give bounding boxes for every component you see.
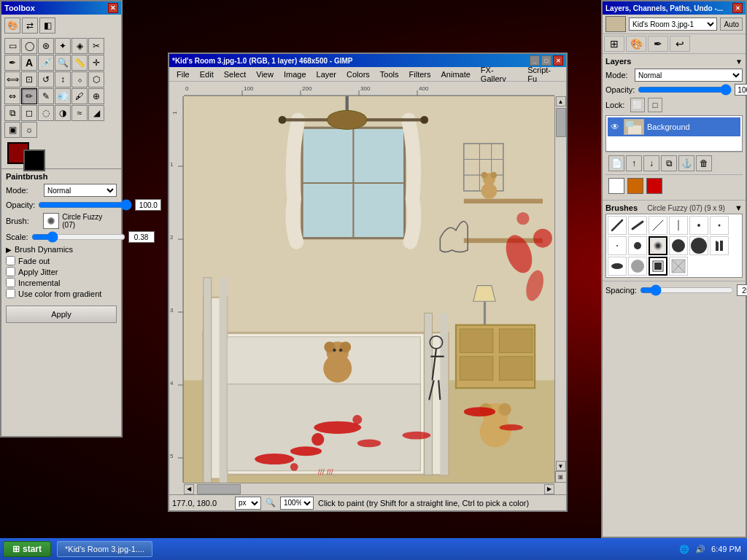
brush-cell-6[interactable]	[710, 216, 729, 235]
brush-cell-11[interactable]	[689, 236, 708, 255]
swap-colors-icon[interactable]: ⇄	[22, 18, 38, 34]
text-tool[interactable]: A	[21, 55, 37, 71]
image-name-dropdown[interactable]: Kid's Room 3.jpg-1	[629, 18, 717, 31]
align-tool[interactable]: ⟺	[4, 71, 20, 88]
scroll-right-arrow[interactable]: ▶	[544, 484, 554, 494]
clone-tool[interactable]: ⧉	[4, 105, 20, 121]
brush-cell-13[interactable]	[608, 257, 627, 276]
pencil-tool[interactable]: ✎	[38, 88, 54, 104]
menu-layer[interactable]: Layer	[312, 69, 341, 80]
unit-selector[interactable]: px in cm	[235, 497, 261, 510]
brush-cell-7[interactable]	[608, 236, 627, 255]
path-tool[interactable]: ✒	[4, 55, 20, 71]
opacity-slider[interactable]	[38, 201, 132, 209]
menu-colors[interactable]: Colors	[342, 69, 374, 80]
brush-cell-16[interactable]	[669, 257, 688, 276]
layer-item-background[interactable]: 👁 Background	[608, 117, 740, 136]
brush-cell-1[interactable]	[608, 216, 627, 235]
ellipse-select-tool[interactable]: ◯	[21, 38, 37, 54]
scroll-down-arrow[interactable]: ▼	[556, 461, 566, 471]
horizontal-scrollbar[interactable]: ◀ ▶	[184, 483, 554, 494]
menu-tools[interactable]: Tools	[376, 69, 403, 80]
brush-cell-9-selected[interactable]	[649, 236, 667, 255]
scissors-tool[interactable]: ✂	[88, 38, 104, 54]
lower-layer-button[interactable]: ↓	[643, 155, 659, 171]
airbrush-tool[interactable]: 💨	[55, 88, 71, 104]
auto-button[interactable]: Auto	[720, 18, 743, 31]
paths-tab[interactable]: ✒	[648, 36, 668, 52]
scroll-thumb-v[interactable]	[556, 108, 566, 137]
start-button[interactable]: ⊞ start	[3, 541, 51, 557]
heal-tool[interactable]: ⊕	[88, 88, 104, 104]
orange-swatch[interactable]	[627, 178, 643, 194]
duplicate-layer-button[interactable]: ⧉	[661, 155, 677, 171]
lock-pixels-icon[interactable]: ⬜	[630, 98, 645, 112]
raise-layer-button[interactable]: ↑	[626, 155, 642, 171]
bucket-fill-tool[interactable]: ◢	[88, 105, 104, 121]
scale-slider[interactable]	[31, 233, 125, 241]
default-colors-icon[interactable]: ◧	[39, 18, 55, 34]
menu-image[interactable]: Image	[279, 69, 311, 80]
layers-collapse-button[interactable]: ▼	[735, 58, 743, 66]
zoom-tool[interactable]: 🔍	[55, 55, 71, 71]
brush-cell-15[interactable]	[649, 257, 667, 276]
layer-mode-dropdown[interactable]: Normal Multiply Screen	[635, 69, 743, 82]
toolbox-close-button[interactable]: ✕	[108, 3, 118, 13]
apply-button[interactable]: Apply	[6, 306, 117, 323]
apply-jitter-checkbox[interactable]	[6, 267, 15, 276]
incremental-checkbox[interactable]	[6, 278, 15, 287]
brush-cell-2[interactable]	[628, 216, 647, 235]
smudge-tool[interactable]: ≈	[71, 105, 88, 121]
paintbrush-tool[interactable]: ✏	[21, 88, 37, 104]
fuzzy-select-tool[interactable]: ✦	[55, 38, 71, 54]
shear-tool[interactable]: ⬦	[71, 71, 88, 88]
white-swatch[interactable]	[608, 178, 624, 194]
image-canvas[interactable]: /// ///	[184, 96, 554, 483]
menu-select[interactable]: Select	[220, 69, 251, 80]
background-color-swatch[interactable]	[23, 149, 45, 171]
blur-tool[interactable]: ◌	[38, 105, 54, 121]
layer-opacity-slider[interactable]	[638, 85, 732, 94]
scale-tool[interactable]: ↕	[55, 71, 71, 88]
spacing-slider[interactable]	[640, 286, 734, 295]
perspective-tool[interactable]: ⬡	[88, 71, 104, 88]
vertical-scrollbar[interactable]: ▲ ▼ ⊞	[554, 96, 566, 483]
brush-cell-8[interactable]	[628, 236, 647, 255]
scroll-left-arrow[interactable]: ◀	[184, 484, 194, 494]
layer-opacity-value[interactable]	[735, 84, 747, 96]
ink-tool[interactable]: 🖋	[71, 88, 88, 104]
spacing-value[interactable]	[737, 284, 747, 296]
scroll-up-arrow[interactable]: ▲	[556, 96, 566, 106]
color-areas-icon[interactable]: 🎨	[4, 18, 20, 34]
brush-preview[interactable]	[43, 213, 59, 229]
opacity-value[interactable]	[135, 199, 161, 211]
brush-cell-4[interactable]	[669, 216, 688, 235]
eraser-tool[interactable]: ◻	[21, 105, 37, 121]
brush-cell-10[interactable]	[669, 236, 688, 255]
brush-cell-12[interactable]	[710, 236, 729, 255]
zoom-selector[interactable]: 100% 50% 200%	[280, 497, 314, 510]
brush-dynamics-expand[interactable]: ▶	[6, 246, 12, 254]
delete-layer-button[interactable]: 🗑	[696, 155, 712, 171]
anchor-layer-button[interactable]: ⚓	[678, 155, 694, 171]
menu-edit[interactable]: Edit	[196, 69, 218, 80]
measure-tool[interactable]: 📏	[71, 55, 88, 71]
dodge2-tool[interactable]: ☼	[21, 122, 37, 138]
use-color-gradient-checkbox[interactable]	[6, 289, 15, 298]
brush-cell-3[interactable]	[649, 216, 667, 235]
scroll-thumb-h[interactable]	[197, 484, 241, 494]
taskbar-gimp-item[interactable]: *Kid's Room 3.jpg-1....	[57, 541, 152, 557]
dodge-tool[interactable]: ◑	[55, 105, 71, 121]
flip-tool[interactable]: ⇔	[4, 88, 20, 104]
new-layer-button[interactable]: 📄	[608, 155, 624, 171]
red-swatch[interactable]	[646, 178, 662, 194]
crop-tool[interactable]: ⊡	[21, 71, 37, 88]
layers-panel-close-button[interactable]: ✕	[732, 3, 743, 13]
menu-file[interactable]: File	[172, 69, 194, 80]
scale-value[interactable]	[128, 231, 155, 243]
color-picker-tool[interactable]: 💉	[38, 55, 54, 71]
undo-tab[interactable]: ↩	[670, 36, 690, 52]
blend-tool[interactable]: ▣	[4, 122, 20, 138]
lock-alpha-icon[interactable]: □	[648, 98, 662, 112]
menu-filters[interactable]: Filters	[405, 69, 436, 80]
